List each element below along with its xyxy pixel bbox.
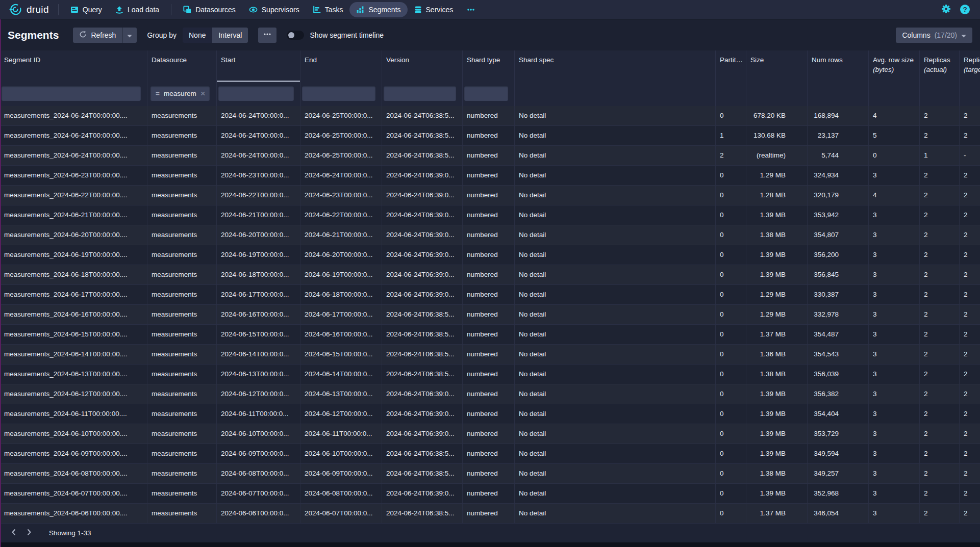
group-by-interval-button[interactable]: Interval xyxy=(212,28,248,43)
cell-segment-id[interactable]: measurements_2024-06-09T00:00:00.... xyxy=(0,444,147,463)
nav-item-services[interactable]: Services xyxy=(408,2,460,17)
cell-segment-id[interactable]: measurements_2024-06-06T00:00:00.... xyxy=(0,504,147,523)
cell-segment-id[interactable]: measurements_2024-06-15T00:00:00.... xyxy=(0,325,147,344)
cell-segment-id[interactable]: measurements_2024-06-10T00:00:00.... xyxy=(0,424,147,444)
column-header-label: Segment ID xyxy=(4,56,40,64)
column-header-segment-id[interactable]: Segment ID xyxy=(0,50,147,82)
cell-avg-row-size: 3 xyxy=(869,166,920,185)
nav-item-tasks[interactable]: Tasks xyxy=(306,2,350,17)
cell-replication-factor: - xyxy=(960,146,980,165)
cell-partition: 0 xyxy=(716,205,746,225)
cell-segment-id[interactable]: measurements_2024-06-21T00:00:00.... xyxy=(0,205,147,225)
nav-item-load-data[interactable]: Load data xyxy=(109,2,166,17)
cell-version: 2024-06-24T06:39:0... xyxy=(382,404,463,424)
refresh-button[interactable]: Refresh xyxy=(73,28,122,43)
table-filter-row: =measurem× xyxy=(0,82,980,106)
cell-segment-id[interactable]: measurements_2024-06-08T00:00:00.... xyxy=(0,464,147,483)
group-by-none-button[interactable]: None xyxy=(183,28,212,43)
cell-segment-id[interactable]: measurements_2024-06-12T00:00:00.... xyxy=(0,384,147,404)
cell-datasource: measurements xyxy=(147,265,217,284)
column-header-shard-type[interactable]: Shard type xyxy=(463,50,515,82)
cell-avg-row-size: 3 xyxy=(869,464,920,483)
cell-segment-id[interactable]: measurements_2024-06-13T00:00:00.... xyxy=(0,364,147,384)
segment-timeline-toggle[interactable] xyxy=(287,31,304,40)
cell-segment-id[interactable]: measurements_2024-06-07T00:00:00.... xyxy=(0,484,147,503)
nav-item-query[interactable]: Query xyxy=(64,2,109,17)
cell-segment-id[interactable]: measurements_2024-06-11T00:00:00.... xyxy=(0,404,147,424)
cell-segment-id[interactable]: measurements_2024-06-17T00:00:00.... xyxy=(0,285,147,304)
table-row: measurements_2024-06-20T00:00:00....meas… xyxy=(0,225,980,245)
cell-segment-id[interactable]: measurements_2024-06-20T00:00:00.... xyxy=(0,225,147,245)
cell-segment-id[interactable]: measurements_2024-06-24T00:00:00.... xyxy=(0,106,147,125)
bottom-strip xyxy=(0,542,980,547)
cell-segment-id[interactable]: measurements_2024-06-18T00:00:00.... xyxy=(0,265,147,284)
cell-end: 2024-06-24T00:00:0... xyxy=(300,166,382,185)
column-header-datasource[interactable]: Datasource xyxy=(147,50,217,82)
filter-input-end[interactable] xyxy=(302,86,375,101)
cell-shard-type: numbered xyxy=(463,146,515,165)
upload-icon xyxy=(115,6,123,14)
cell-size: 1.39 MB xyxy=(746,384,808,404)
cell-replicas: 2 xyxy=(920,424,960,444)
column-header-version[interactable]: Version xyxy=(382,50,463,82)
column-header-replication-factor[interactable]: Replication factor(target) xyxy=(960,50,980,82)
filter-input-shard-type[interactable] xyxy=(464,86,508,101)
cell-segment-id[interactable]: measurements_2024-06-22T00:00:00.... xyxy=(0,186,147,205)
cell-shard-spec: No detail xyxy=(515,205,716,225)
datasource-filter-tag[interactable]: =measurem× xyxy=(150,86,210,101)
cell-num-rows: 353,942 xyxy=(808,205,869,225)
column-header-replicas[interactable]: Replicas(actual) xyxy=(920,50,960,82)
next-page-button[interactable] xyxy=(21,526,37,541)
nav-item-supervisors[interactable]: Supervisors xyxy=(242,2,306,17)
cell-version: 2024-06-24T06:38:5... xyxy=(382,504,463,523)
nav-item-segments[interactable]: Segments xyxy=(349,2,407,17)
cell-datasource: measurements xyxy=(147,245,217,265)
cell-replicas: 2 xyxy=(920,484,960,503)
columns-count: (17/20) xyxy=(935,31,957,39)
column-header-end[interactable]: End xyxy=(300,50,382,82)
settings-button[interactable] xyxy=(941,4,951,15)
cell-datasource: measurements xyxy=(147,166,217,185)
cell-end: 2024-06-16T00:00:0... xyxy=(300,325,382,344)
cell-segment-id[interactable]: measurements_2024-06-24T00:00:00.... xyxy=(0,126,147,145)
more-options-button[interactable] xyxy=(258,28,277,43)
cell-partition: 0 xyxy=(716,504,746,523)
cell-start: 2024-06-19T00:00:0... xyxy=(217,245,300,265)
cell-partition: 0 xyxy=(716,345,746,364)
cell-replication-factor: 2 xyxy=(960,166,980,185)
druid-logo[interactable]: druid xyxy=(9,3,49,16)
filter-cell-start xyxy=(217,82,300,106)
refresh-interval-caret-button[interactable] xyxy=(122,28,137,43)
filter-input-segment-id[interactable] xyxy=(2,86,141,101)
column-header-avg-row-size[interactable]: Avg. row size(bytes) xyxy=(869,50,920,82)
cell-partition: 0 xyxy=(716,325,746,344)
filter-cell-size xyxy=(746,82,808,106)
cell-datasource: measurements xyxy=(147,126,217,145)
cell-start: 2024-06-11T00:00:0... xyxy=(217,404,300,424)
cell-end: 2024-06-22T00:00:0... xyxy=(300,205,382,225)
chevron-down-icon xyxy=(961,31,966,39)
remove-filter-icon[interactable]: × xyxy=(200,89,206,98)
cell-shard-spec: No detail xyxy=(515,484,716,503)
filter-input-version[interactable] xyxy=(384,86,456,101)
navbar: druid QueryLoad dataDatasourcesSuperviso… xyxy=(0,0,980,19)
cell-segment-id[interactable]: measurements_2024-06-24T00:00:00.... xyxy=(0,146,147,165)
nav-item-datasources[interactable]: Datasources xyxy=(177,2,242,17)
group-by-label: Group by xyxy=(147,31,177,39)
cell-segment-id[interactable]: measurements_2024-06-19T00:00:00.... xyxy=(0,245,147,265)
column-header-size[interactable]: Size xyxy=(746,50,808,82)
previous-page-button[interactable] xyxy=(6,526,21,541)
column-header-shard-spec[interactable]: Shard spec xyxy=(515,50,716,82)
filter-input-start[interactable] xyxy=(218,86,294,101)
cell-num-rows: 354,807 xyxy=(808,225,869,245)
cell-segment-id[interactable]: measurements_2024-06-16T00:00:00.... xyxy=(0,305,147,324)
nav-item-more[interactable] xyxy=(460,2,482,17)
columns-button[interactable]: Columns (17/20) xyxy=(896,28,972,43)
column-header-start[interactable]: Start xyxy=(217,50,300,82)
help-button[interactable]: ? xyxy=(960,5,970,14)
cell-segment-id[interactable]: measurements_2024-06-23T00:00:00.... xyxy=(0,166,147,185)
cell-segment-id[interactable]: measurements_2024-06-14T00:00:00.... xyxy=(0,345,147,364)
column-header-num-rows[interactable]: Num rows xyxy=(808,50,869,82)
column-header-partition[interactable]: Partition xyxy=(716,50,746,82)
cell-size: 1.37 MB xyxy=(746,325,808,344)
